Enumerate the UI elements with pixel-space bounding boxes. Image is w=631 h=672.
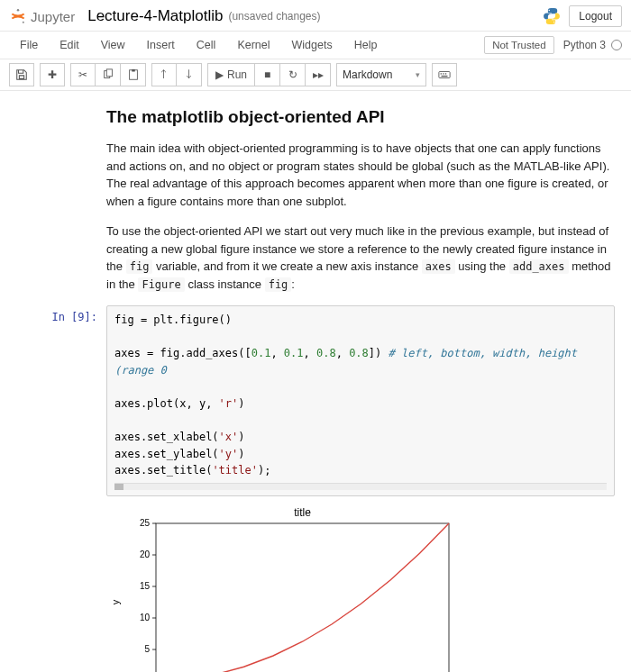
md-paragraph-2: To use the object-oriented API we start …: [106, 222, 611, 293]
save-icon: [15, 68, 28, 81]
save-status: (unsaved changes): [228, 10, 320, 23]
inline-code: Figure: [138, 277, 184, 292]
menu-cell[interactable]: Cell: [186, 33, 227, 57]
menu-kernel[interactable]: Kernel: [226, 33, 280, 57]
restart-button[interactable]: ↻: [280, 63, 306, 86]
cell-type-select[interactable]: Markdown: [336, 63, 426, 86]
svg-text:y: y: [110, 599, 121, 604]
menu-insert[interactable]: Insert: [136, 33, 186, 57]
menu-file[interactable]: File: [9, 33, 49, 57]
scissors-icon: ✂: [78, 68, 87, 81]
jupyter-logo[interactable]: Jupyter: [9, 7, 75, 25]
logo-text: Jupyter: [31, 9, 75, 24]
md-text: variable, and from it we create a new ax…: [152, 259, 421, 273]
menu-view[interactable]: View: [90, 33, 136, 57]
code-line: axes.set_ylabel('y'): [114, 446, 607, 463]
code-cell[interactable]: In [9]: fig = plt.figure() axes = fig.ad…: [16, 305, 615, 496]
run-label: Run: [227, 68, 247, 81]
svg-rect-10: [443, 73, 444, 74]
svg-rect-9: [441, 73, 442, 74]
menu-help[interactable]: Help: [343, 33, 389, 57]
svg-point-2: [549, 10, 550, 11]
kernel-indicator: Python 3: [563, 39, 622, 51]
menu-edit[interactable]: Edit: [49, 33, 90, 57]
kernel-status-icon: [611, 40, 622, 50]
svg-rect-8: [439, 72, 450, 78]
inline-code: add_axes: [509, 259, 569, 274]
matplotlib-figure: titlexy0123450510152025: [106, 505, 467, 672]
logout-button[interactable]: Logout: [569, 5, 622, 27]
code-line: axes.set_title('title');: [114, 462, 607, 479]
code-input-area[interactable]: fig = plt.figure() axes = fig.add_axes([…: [106, 305, 615, 496]
save-button[interactable]: [9, 63, 34, 86]
svg-rect-7: [132, 69, 135, 72]
svg-rect-11: [445, 73, 446, 74]
jupyter-icon: [9, 7, 27, 25]
md-paragraph-1: The main idea with object-oriented progr…: [106, 140, 611, 210]
run-icon: ▶: [215, 68, 224, 81]
svg-text:title: title: [294, 506, 311, 519]
insert-cell-button[interactable]: ✚: [40, 63, 65, 86]
plot-output: titlexy0123450510152025: [106, 505, 615, 672]
kernel-name: Python 3: [563, 39, 606, 51]
md-heading: The matplotlib object-oriented API: [106, 107, 611, 127]
svg-text:5: 5: [144, 644, 150, 654]
restart-run-all-button[interactable]: ▸▸: [306, 63, 331, 86]
md-text: :: [291, 277, 295, 291]
fast-forward-icon: ▸▸: [313, 68, 324, 81]
inline-code: axes: [422, 259, 455, 274]
svg-rect-13: [156, 523, 449, 672]
header: Jupyter Lecture-4-Matplotlib (unsaved ch…: [0, 0, 631, 32]
stop-icon: ■: [264, 68, 270, 81]
svg-text:20: 20: [140, 549, 151, 559]
arrow-down-icon: 🡓: [184, 68, 195, 81]
inline-code: fig: [265, 277, 292, 292]
code-line: axes.set_xlabel('x'): [114, 429, 607, 446]
command-palette-button[interactable]: [432, 63, 457, 86]
svg-text:15: 15: [140, 581, 151, 591]
code-line: fig = plt.figure(): [114, 312, 607, 329]
output-cell: . titlexy0123450510152025: [16, 505, 615, 672]
svg-point-1: [23, 22, 24, 23]
code-line: axes.plot(x, y, 'r'): [114, 395, 607, 413]
input-prompt: In [9]:: [16, 305, 106, 496]
notebook-area: The matplotlib object-oriented API The m…: [0, 91, 631, 672]
restart-icon: ↻: [288, 68, 297, 81]
md-text: class instance: [185, 277, 265, 291]
plus-icon: ✚: [48, 68, 57, 81]
copy-button[interactable]: [96, 63, 121, 86]
code-line: axes = fig.add_axes([0.1, 0.1, 0.8, 0.8]…: [114, 345, 607, 378]
inline-code: fig: [126, 259, 153, 274]
svg-rect-12: [442, 76, 448, 77]
cell-type-value: Markdown: [343, 68, 392, 81]
move-up-button[interactable]: 🡑: [151, 63, 177, 86]
svg-text:25: 25: [140, 518, 151, 528]
copy-icon: [102, 68, 114, 81]
paste-icon: [127, 68, 140, 81]
paste-button[interactable]: [121, 63, 146, 86]
scrollbar-thumb[interactable]: [114, 484, 123, 490]
md-text: using the: [455, 259, 509, 273]
svg-point-0: [17, 9, 20, 12]
trusted-indicator[interactable]: Not Trusted: [484, 36, 553, 54]
arrow-up-icon: 🡑: [159, 68, 169, 81]
move-down-button[interactable]: 🡓: [177, 63, 202, 86]
code-blank-line: [114, 413, 607, 430]
menu-widgets[interactable]: Widgets: [281, 33, 343, 57]
run-button[interactable]: ▶ Run: [207, 63, 255, 86]
cut-button[interactable]: ✂: [70, 63, 96, 86]
notebook-title[interactable]: Lecture-4-Matplotlib: [87, 7, 223, 25]
code-blank-line: [114, 378, 607, 395]
keyboard-icon: [438, 68, 451, 81]
python-icon: [542, 6, 562, 26]
code-blank-line: [114, 329, 607, 346]
menubar: File Edit View Insert Cell Kernel Widget…: [0, 32, 631, 59]
markdown-cell[interactable]: The matplotlib object-oriented API The m…: [106, 107, 611, 293]
interrupt-button[interactable]: ■: [255, 63, 280, 86]
horizontal-scrollbar[interactable]: [114, 483, 607, 490]
svg-rect-5: [106, 69, 112, 77]
toolbar: ✚ ✂ 🡑 🡓 ▶ Run ■ ↻ ▸▸ Markdown: [0, 59, 631, 91]
svg-text:10: 10: [140, 613, 151, 622]
output-prompt: .: [16, 505, 106, 672]
svg-point-3: [553, 22, 554, 23]
